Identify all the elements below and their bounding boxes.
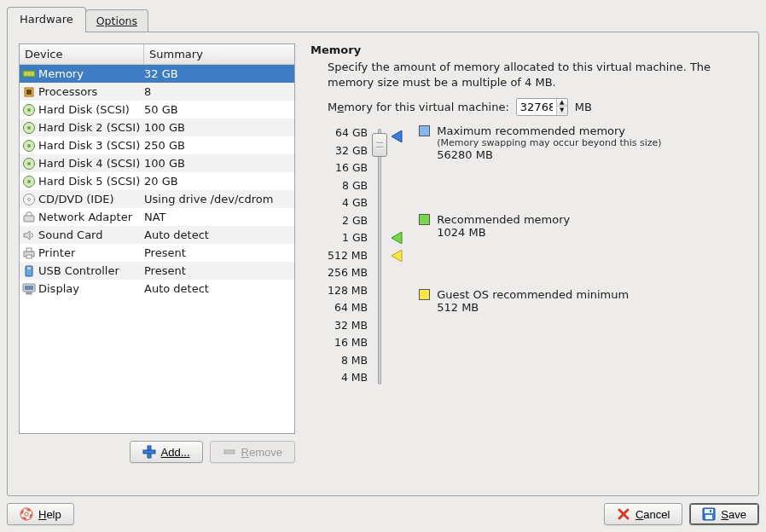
table-row[interactable]: Network AdapterNAT xyxy=(20,208,294,226)
svg-point-7 xyxy=(27,108,31,112)
device-summary: 250 GB xyxy=(144,139,292,152)
tab-options[interactable]: Options xyxy=(85,9,148,32)
save-button[interactable]: Save xyxy=(689,503,759,525)
table-row[interactable]: Hard Disk (SCSI)50 GB xyxy=(20,101,294,119)
device-name: Sound Card xyxy=(38,228,102,241)
svg-marker-32 xyxy=(392,232,402,244)
memory-unit: MB xyxy=(575,101,592,113)
tick-label: 8 MB xyxy=(328,352,368,370)
net-icon xyxy=(22,211,36,224)
device-table[interactable]: Device Summary Memory32 GBProcessors8Har… xyxy=(19,43,295,434)
max-note: Maximum recommended memory (Memory swapp… xyxy=(419,124,661,161)
svg-marker-33 xyxy=(392,250,402,262)
tab-bar: Hardware Options xyxy=(7,7,759,32)
device-name: Printer xyxy=(38,246,75,259)
table-row[interactable]: PrinterPresent xyxy=(20,244,294,262)
svg-rect-22 xyxy=(26,255,32,258)
svg-rect-24 xyxy=(27,267,31,269)
svg-point-36 xyxy=(25,512,28,516)
tick-label: 2 GB xyxy=(328,212,368,230)
cd-icon xyxy=(22,193,36,206)
svg-rect-3 xyxy=(32,72,33,75)
svg-rect-21 xyxy=(26,248,32,252)
table-row[interactable]: Hard Disk 4 (SCSI)100 GB xyxy=(20,154,294,172)
memory-slider[interactable] xyxy=(374,124,417,389)
svg-rect-5 xyxy=(26,90,32,95)
help-icon xyxy=(20,507,33,521)
sound-icon xyxy=(22,228,36,242)
memory-description: Specify the amount of memory allocated t… xyxy=(328,60,747,90)
svg-point-13 xyxy=(27,162,31,165)
hdd-icon xyxy=(22,103,36,117)
save-icon xyxy=(702,507,716,521)
device-summary: Present xyxy=(144,246,292,259)
table-row[interactable]: CD/DVD (IDE)Using drive /dev/cdrom xyxy=(20,190,294,208)
memory-spinbox[interactable]: ▲ ▼ xyxy=(516,98,568,116)
table-header: Device Summary xyxy=(20,44,294,65)
tick-label: 512 MB xyxy=(328,247,368,265)
table-row[interactable]: Hard Disk 2 (SCSI)100 GB xyxy=(20,119,294,136)
svg-rect-42 xyxy=(710,510,711,512)
device-summary: NAT xyxy=(144,211,292,223)
table-row[interactable]: DisplayAuto detect xyxy=(20,280,294,298)
device-name: Hard Disk 2 (SCSI) xyxy=(38,121,140,134)
tick-label: 4 GB xyxy=(328,194,368,212)
svg-point-17 xyxy=(28,198,31,200)
square-icon xyxy=(419,214,430,225)
slider-ticks: 64 GB32 GB16 GB8 GB4 GB2 GB1 GB512 MB256… xyxy=(328,124,374,389)
svg-rect-30 xyxy=(224,450,235,454)
table-row[interactable]: Hard Disk 5 (SCSI)20 GB xyxy=(20,172,294,190)
min-note: Guest OS recommended minimum 512 MB xyxy=(419,288,629,314)
memory-input[interactable] xyxy=(517,99,556,115)
device-name: Processors xyxy=(38,85,97,98)
svg-point-15 xyxy=(27,180,31,183)
device-summary: Auto detect xyxy=(144,282,292,295)
cpu-icon xyxy=(22,85,36,99)
usb-icon xyxy=(22,264,36,278)
device-summary: 32 GB xyxy=(144,67,292,80)
svg-rect-40 xyxy=(705,509,713,513)
tick-label: 1 GB xyxy=(328,229,368,247)
tick-label: 64 MB xyxy=(328,299,368,317)
svg-point-9 xyxy=(27,126,31,130)
hardware-panel: Device Summary Memory32 GBProcessors8Har… xyxy=(7,32,759,496)
device-name: Hard Disk 3 (SCSI) xyxy=(38,139,140,152)
device-name: Network Adapter xyxy=(38,211,132,223)
table-row[interactable]: Hard Disk 3 (SCSI)250 GB xyxy=(20,136,294,154)
section-title: Memory xyxy=(310,43,747,56)
col-summary[interactable]: Summary xyxy=(144,44,294,64)
table-row[interactable]: Memory32 GB xyxy=(20,65,294,83)
tab-hardware[interactable]: Hardware xyxy=(7,7,86,32)
spin-up-icon[interactable]: ▲ xyxy=(557,99,567,107)
add-button[interactable]: Add... xyxy=(130,441,203,463)
spin-down-icon[interactable]: ▼ xyxy=(557,107,567,114)
hdd-icon xyxy=(22,121,36,135)
plus-icon xyxy=(142,445,156,459)
cancel-button[interactable]: Cancel xyxy=(604,503,682,525)
tick-label: 256 MB xyxy=(328,264,368,282)
table-row[interactable]: USB ControllerPresent xyxy=(20,262,294,280)
svg-rect-26 xyxy=(25,286,33,290)
device-summary: Auto detect xyxy=(144,228,292,241)
device-summary: 20 GB xyxy=(144,175,292,188)
device-summary: 100 GB xyxy=(144,121,292,134)
square-icon xyxy=(419,289,430,300)
cancel-icon xyxy=(617,507,630,521)
device-name: CD/DVD (IDE) xyxy=(38,193,114,205)
slider-handle[interactable] xyxy=(372,133,387,157)
device-summary: Using drive /dev/cdrom xyxy=(144,193,292,205)
tick-label: 4 MB xyxy=(328,369,368,387)
help-button[interactable]: Help xyxy=(7,503,74,525)
device-name: Hard Disk (SCSI) xyxy=(38,103,130,116)
display-icon xyxy=(22,282,36,296)
remove-button: Remove xyxy=(210,441,295,463)
hdd-icon xyxy=(22,175,36,188)
col-device[interactable]: Device xyxy=(20,44,144,64)
svg-marker-31 xyxy=(392,130,402,142)
tick-label: 32 MB xyxy=(328,317,368,335)
memory-pane: Memory Specify the amount of memory allo… xyxy=(310,43,747,463)
hdd-icon xyxy=(22,139,36,153)
table-row[interactable]: Sound CardAuto detect xyxy=(20,226,294,244)
table-row[interactable]: Processors8 xyxy=(20,83,294,101)
printer-icon xyxy=(22,246,36,260)
